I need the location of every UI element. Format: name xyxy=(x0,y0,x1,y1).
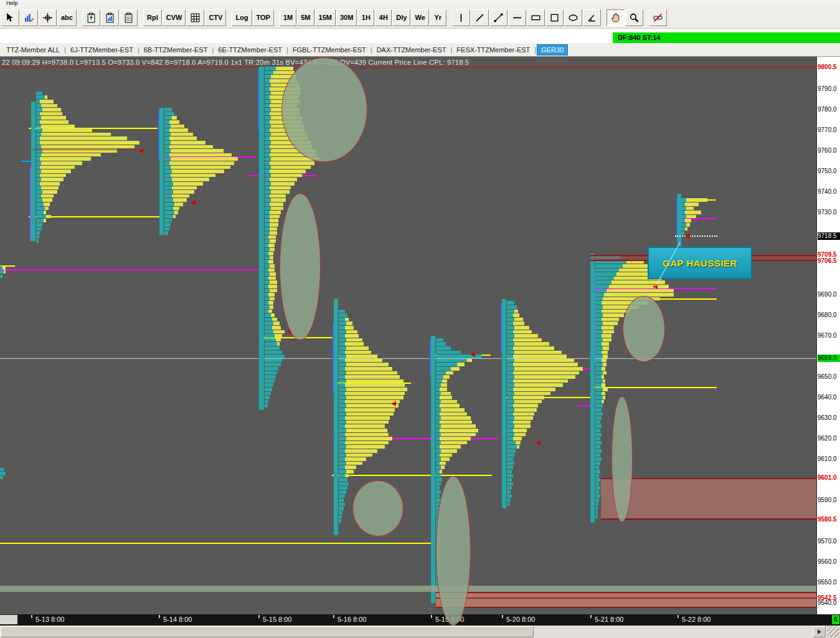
tab-6j-ttzmember-est[interactable]: 6J-TTZMember-EST xyxy=(67,45,137,55)
timeframe-1h-button[interactable]: 1H xyxy=(357,9,374,26)
chart-info-line: 22 09:09:29 H=9738.0 L=9713.5 O=9733.0 V… xyxy=(2,59,469,66)
tpo-row-yellow xyxy=(271,75,296,79)
tpo-row-teal xyxy=(164,161,169,165)
tpo-row-teal xyxy=(36,161,41,165)
tab-fesx-ttzmember-est[interactable]: FESX-TTZMember-EST xyxy=(453,45,534,55)
tab-6b-ttzmember-est[interactable]: 6B-TTZMember-EST xyxy=(140,45,212,55)
paste-grid-button[interactable] xyxy=(120,9,138,26)
tpo-row-teal xyxy=(164,116,172,120)
tpo-row-teal xyxy=(339,404,346,407)
price-line-9659 xyxy=(0,358,816,359)
tpo-row-yellow xyxy=(516,441,521,445)
paste-chart-button[interactable] xyxy=(101,9,119,26)
spreadsheet-button[interactable] xyxy=(186,9,204,26)
price-axis-label-red: 9800.5 xyxy=(818,64,840,71)
clipboard-grid-icon xyxy=(123,12,134,23)
chart-canvas[interactable]: 22 09:09:29 H=9738.0 L=9713.5 O=9733.0 V… xyxy=(0,57,816,614)
tpo-row-teal xyxy=(265,83,271,87)
tpo-row-teal xyxy=(265,75,271,79)
trendline-tool-button[interactable] xyxy=(471,9,489,26)
scrollbar-thumb[interactable] xyxy=(1,626,534,637)
zoom-tool-button[interactable] xyxy=(625,9,643,26)
tpo-row-yellow xyxy=(513,330,532,334)
tpo-row-teal xyxy=(0,275,2,279)
tpo-row-teal xyxy=(436,400,441,404)
tpo-row-teal xyxy=(339,346,346,350)
timeframe-5m-button[interactable]: 5M xyxy=(297,9,314,26)
poc-arrow-marker xyxy=(536,440,540,445)
hand-pan-tool-button[interactable] xyxy=(606,9,625,26)
box-tool-button[interactable] xyxy=(545,9,564,26)
tpo-row-yellow xyxy=(514,326,529,330)
pointer-tool-button[interactable] xyxy=(1,9,19,26)
tab-ger30[interactable]: GER30 xyxy=(537,44,568,55)
tpo-row-yellow xyxy=(440,429,478,432)
tpo-row-yellow xyxy=(173,190,194,194)
profile-spine xyxy=(159,108,164,236)
tpo-row-teal xyxy=(436,338,443,342)
text-tool-button[interactable]: abc xyxy=(57,9,77,26)
current-traded-volume-button[interactable]: CTV xyxy=(205,9,226,26)
tpo-row-teal xyxy=(339,515,342,519)
angle-tool-button[interactable] xyxy=(583,9,601,26)
price-axis-label: 9560.0 xyxy=(818,558,840,566)
tpo-row-yellow xyxy=(602,301,648,305)
tpo-row-teal xyxy=(339,355,346,358)
scrollbar-right-button[interactable] xyxy=(813,626,826,637)
tpo-row-yellow xyxy=(270,136,308,140)
timeframe-4h-button[interactable]: 4H xyxy=(375,9,392,26)
tpo-row-yellow xyxy=(270,264,275,268)
tpo-row-yellow xyxy=(346,355,377,358)
time-axis[interactable]: 6 5-13 8:005-14 8:005-15 8:005-16 8:005-… xyxy=(0,614,840,626)
tpo-row-teal xyxy=(507,416,514,420)
vertical-line-tool-button[interactable] xyxy=(452,9,470,26)
tpo-row-teal xyxy=(436,449,441,453)
tpo-row-teal xyxy=(507,371,513,375)
tab-6e-ttzmember-est[interactable]: 6E-TTZMember-EST xyxy=(214,45,286,55)
timeframe-yearly-button[interactable]: Yr xyxy=(430,9,446,26)
tpo-row-yellow xyxy=(277,342,280,346)
tab-dax-ttzmember-est[interactable]: DAX-TTZMember-EST xyxy=(373,45,450,55)
tpo-row-teal xyxy=(265,198,271,202)
timeframe-30m-button[interactable]: 30M xyxy=(336,9,357,26)
crosshair-tool-button[interactable] xyxy=(39,9,57,26)
window-resize-grip[interactable] xyxy=(827,626,839,637)
bottom-green-band xyxy=(0,586,816,592)
price-axis[interactable]: 9790.09780.09770.09760.09750.09740.09730… xyxy=(816,57,840,614)
timeframe-15m-button[interactable]: 15M xyxy=(315,9,336,26)
timeframe-1m-button[interactable]: 1M xyxy=(280,9,296,26)
tpo-row-teal xyxy=(265,190,271,194)
tpo-row-yellow xyxy=(346,412,394,416)
tpo-row-teal xyxy=(265,346,280,350)
ellipse-tool-button[interactable] xyxy=(564,9,582,26)
replay-button[interactable]: Rpl xyxy=(143,9,162,26)
profile-spine xyxy=(590,254,595,523)
horizontal-line-tool-button[interactable] xyxy=(508,9,526,26)
tpo-row-yellow xyxy=(441,383,447,387)
tpo-row-teal xyxy=(595,355,603,358)
chart-values-tool-button[interactable] xyxy=(20,9,38,26)
tpo-row-teal xyxy=(339,433,345,437)
top-button[interactable]: TOP xyxy=(253,9,274,26)
tpo-row-teal xyxy=(507,421,513,424)
tpo-row-yellow xyxy=(345,474,349,478)
tpo-row-teal xyxy=(595,359,602,363)
horizontal-scrollbar[interactable] xyxy=(0,626,840,638)
tpo-row-yellow xyxy=(440,462,446,465)
rectangle-tool-button[interactable] xyxy=(527,9,545,26)
extending-line-tool-button[interactable] xyxy=(489,9,507,26)
time-axis-tick xyxy=(431,615,432,618)
chart-values-window-button[interactable]: CVW xyxy=(163,9,186,26)
tpo-row-teal xyxy=(339,326,345,330)
gap-annotation-box[interactable]: GAP HAUSSIER xyxy=(648,247,752,279)
tab-ttz-member-all[interactable]: TTZ-Member ALL xyxy=(2,45,64,55)
menu-help[interactable]: Help xyxy=(6,0,18,6)
timeframe-weekly-button[interactable]: We xyxy=(411,9,428,26)
copy-image-button[interactable] xyxy=(82,9,100,26)
log-button[interactable]: Log xyxy=(232,9,252,26)
tpo-row-teal xyxy=(36,178,41,181)
tpo-row-teal xyxy=(164,186,172,190)
timeframe-daily-button[interactable]: Dly xyxy=(392,9,410,26)
tab-fgbl-ttzmember-est[interactable]: FGBL-TTZMember-EST xyxy=(289,45,370,55)
unlink-tool-button[interactable] xyxy=(649,9,667,26)
